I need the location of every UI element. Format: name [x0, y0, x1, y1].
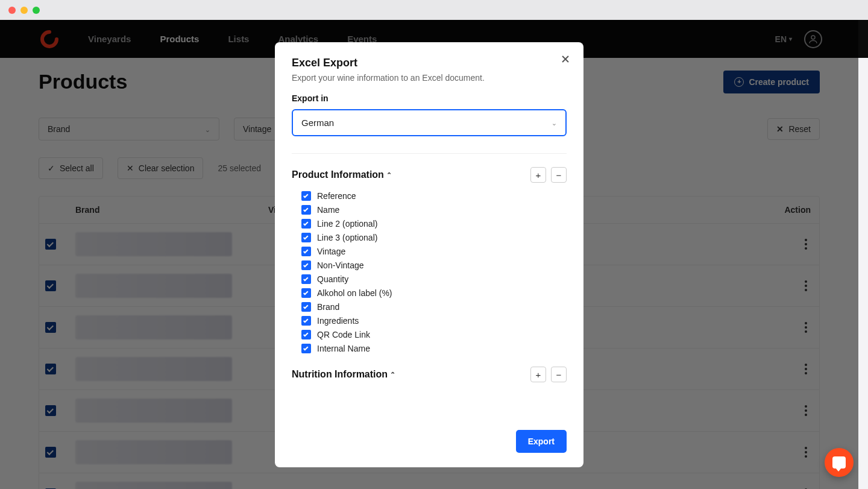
- nutrition-info-add-all-button[interactable]: +: [530, 367, 546, 382]
- product-info-item-label: Alkohol on label (%): [317, 288, 392, 298]
- nutrition-info-section-toggle[interactable]: Nutrition Information ⌃: [292, 369, 395, 380]
- export-language-select[interactable]: German ⌃: [292, 109, 567, 136]
- close-icon: [561, 55, 570, 63]
- product-info-item: Brand: [301, 302, 567, 312]
- modal-overlay[interactable]: Excel Export Export your wine informatio…: [0, 20, 858, 489]
- product-info-item-label: Vintage: [317, 247, 345, 256]
- product-info-item: Quantity: [301, 274, 567, 284]
- product-info-checkbox[interactable]: [301, 205, 311, 215]
- product-info-checkbox[interactable]: [301, 274, 311, 284]
- export-in-label: Export in: [292, 93, 567, 103]
- product-info-section-toggle[interactable]: Product Information ⌃: [292, 169, 392, 180]
- nutrition-info-title: Nutrition Information: [292, 369, 388, 380]
- window-maximize-dot[interactable]: [33, 7, 40, 14]
- product-info-item: Line 3 (optional): [301, 233, 567, 242]
- export-button[interactable]: Export: [516, 430, 567, 453]
- plus-icon: +: [536, 171, 541, 180]
- chevron-up-icon: ⌃: [390, 371, 395, 379]
- product-info-remove-all-button[interactable]: −: [551, 167, 567, 183]
- product-info-item: Non-Vintage: [301, 260, 567, 270]
- product-info-item: Internal Name: [301, 344, 567, 353]
- product-info-item-label: Line 2 (optional): [317, 219, 377, 229]
- modal-subtitle: Export your wine information to an Excel…: [292, 73, 567, 83]
- product-info-checkbox[interactable]: [301, 233, 311, 242]
- product-info-item: Line 2 (optional): [301, 219, 567, 229]
- product-info-item-label: Ingredients: [317, 316, 359, 326]
- product-info-title: Product Information: [292, 169, 384, 180]
- window-close-dot[interactable]: [8, 7, 16, 14]
- product-info-item: Vintage: [301, 247, 567, 256]
- product-info-item-label: Name: [317, 205, 339, 215]
- window-minimize-dot[interactable]: [20, 7, 28, 14]
- product-info-checkbox[interactable]: [301, 288, 311, 298]
- product-info-checkbox[interactable]: [301, 247, 311, 256]
- export-language-value: German: [301, 118, 334, 128]
- product-info-item: Reference: [301, 191, 567, 201]
- product-info-checkbox[interactable]: [301, 219, 311, 229]
- minus-icon: −: [556, 370, 562, 379]
- product-info-checkbox[interactable]: [301, 191, 311, 201]
- product-info-item: Alkohol on label (%): [301, 288, 567, 298]
- product-info-checkbox[interactable]: [301, 344, 311, 353]
- product-info-item-label: Internal Name: [317, 344, 370, 353]
- modal-close-button[interactable]: [559, 53, 571, 65]
- product-info-item: QR Code Link: [301, 330, 567, 339]
- chat-fab[interactable]: [825, 448, 854, 477]
- window-chrome: [0, 0, 868, 20]
- nutrition-info-remove-all-button[interactable]: −: [551, 367, 567, 382]
- chevron-up-icon: ⌃: [386, 171, 392, 179]
- product-info-checkbox[interactable]: [301, 316, 311, 326]
- product-info-item-label: Reference: [317, 191, 356, 201]
- product-info-item: Name: [301, 205, 567, 215]
- chevron-down-icon: ⌃: [552, 119, 557, 127]
- product-info-item-label: Non-Vintage: [317, 260, 364, 270]
- product-info-item-label: Line 3 (optional): [317, 233, 377, 242]
- product-info-item-label: Brand: [317, 302, 339, 312]
- divider: [292, 153, 567, 154]
- minus-icon: −: [556, 171, 562, 180]
- chat-icon: [832, 456, 846, 468]
- product-info-checklist: Reference Name Line 2 (optional) Line 3 …: [292, 191, 567, 353]
- product-info-checkbox[interactable]: [301, 330, 311, 339]
- product-info-checkbox[interactable]: [301, 260, 311, 270]
- product-info-item-label: Quantity: [317, 274, 348, 284]
- product-info-add-all-button[interactable]: +: [530, 167, 546, 183]
- product-info-checkbox[interactable]: [301, 302, 311, 312]
- product-info-item-label: QR Code Link: [317, 330, 370, 339]
- plus-icon: +: [536, 370, 541, 379]
- excel-export-modal: Excel Export Export your wine informatio…: [275, 42, 583, 467]
- product-info-item: Ingredients: [301, 316, 567, 326]
- modal-title: Excel Export: [292, 57, 567, 69]
